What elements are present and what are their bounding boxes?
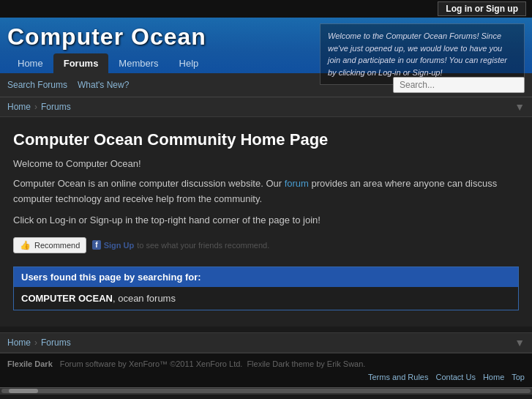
welcome-box: Welcome to the Computer Ocean Forums! Si… [320, 23, 525, 85]
top-bar: Log in or Sign up [0, 0, 532, 18]
search-input-wrap [393, 77, 525, 93]
breadcrumb-bottom-sep: › [34, 338, 37, 348]
search-term-highlight: COMPUTER OCEAN [21, 293, 113, 304]
search-terms-header: Users found this page by searching for: [14, 267, 518, 287]
nav-forums[interactable]: Forums [53, 53, 109, 73]
search-terms-suffix: , ocean forums [113, 293, 176, 304]
facebook-icon: f [92, 240, 100, 250]
nav-home[interactable]: Home [7, 53, 53, 73]
breadcrumb-sep: › [34, 102, 37, 112]
footer: Flexile Dark Forum software by XenForo™ … [0, 353, 532, 387]
recommend-label: Recommend [34, 241, 80, 250]
search-terms-box: Users found this page by searching for: … [13, 266, 519, 310]
breadcrumb-bottom-forums[interactable]: Forums [41, 338, 71, 348]
breadcrumb-forums[interactable]: Forums [41, 102, 71, 112]
footer-theme: Flexile Dark [7, 359, 53, 368]
description-part1: Computer Ocean is an online computer dis… [13, 178, 285, 189]
main-content: Computer Ocean Community Home Page Welco… [0, 117, 532, 327]
page-title: Computer Ocean Community Home Page [13, 130, 519, 149]
social-row: 👍 Recommend f Sign Up to see what your f… [13, 237, 519, 253]
footer-top-link[interactable]: Top [512, 373, 525, 381]
scrollbar-thumb[interactable] [9, 389, 38, 393]
search-bar: Search Forums What's New? [0, 73, 532, 97]
scrollbar-area [0, 387, 532, 395]
footer-contact-link[interactable]: Contact Us [435, 373, 475, 381]
thumbs-up-icon: 👍 [20, 240, 31, 250]
whats-new-link[interactable]: What's New? [78, 80, 129, 90]
scrollbar-track[interactable] [1, 389, 531, 393]
footer-terms-link[interactable]: Terms and Rules [368, 373, 429, 381]
cta-text: Click on Log-in or Sign-up in the top-ri… [13, 215, 519, 225]
welcome-message: Welcome to Computer Ocean! [13, 158, 519, 169]
breadcrumb-bottom-home[interactable]: Home [7, 338, 31, 348]
breadcrumb-bottom: Home › Forums ▼ [0, 332, 532, 353]
facebook-signup: f Sign Up to see what your friends recom… [92, 240, 269, 250]
search-terms-body: COMPUTER OCEAN, ocean forums [14, 287, 518, 310]
footer-software: Forum software by XenForo™ ©2011 XenForo… [60, 359, 243, 368]
breadcrumb-home[interactable]: Home [7, 102, 31, 112]
description: Computer Ocean is an online computer dis… [13, 176, 519, 207]
nav-help[interactable]: Help [169, 53, 209, 73]
footer-theme-credit: Flexile Dark theme by Erik Swan. [247, 359, 365, 368]
breadcrumb-top: Home › Forums ▼ [0, 97, 532, 117]
search-forums-link[interactable]: Search Forums [7, 80, 67, 90]
header: Computer Ocean Welcome to the Computer O… [0, 18, 532, 73]
signup-suffix: to see what your friends recommend. [137, 241, 269, 250]
footer-links: Terms and Rules Contact Us Home Top [368, 373, 525, 381]
recommend-button[interactable]: 👍 Recommend [13, 237, 86, 253]
nav-members[interactable]: Members [108, 53, 168, 73]
chevron-down-icon: ▼ [514, 101, 525, 113]
chevron-down-icon-bottom: ▼ [514, 337, 525, 348]
search-input[interactable] [393, 77, 525, 93]
facebook-signup-link[interactable]: Sign Up [104, 241, 135, 250]
login-button[interactable]: Log in or Sign up [438, 1, 526, 16]
forum-link[interactable]: forum [285, 178, 309, 189]
footer-home-link[interactable]: Home [483, 373, 504, 381]
